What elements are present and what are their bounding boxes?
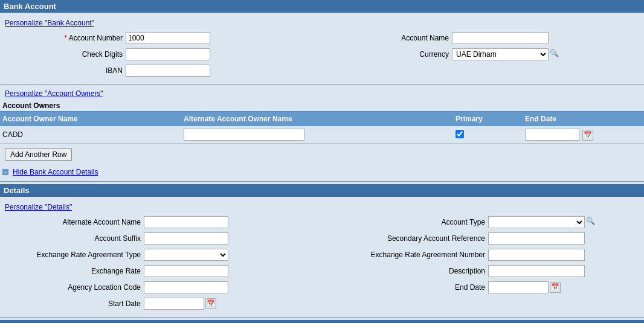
iban-label: IBAN — [5, 66, 126, 75]
details-end-date-input[interactable] — [488, 281, 549, 293]
description-label: Description — [331, 267, 488, 275]
col-header-owner-name: Account Owner Name — [0, 114, 181, 124]
personalize-bank-account-link[interactable]: Personalize "Bank Account" — [2, 18, 97, 28]
start-date-calendar-icon[interactable] — [205, 298, 216, 309]
exchange-rate-agreement-type-select[interactable] — [144, 249, 228, 261]
col-header-primary: Primary — [453, 114, 523, 124]
details-end-date-calendar-icon[interactable] — [550, 282, 561, 293]
account-suffix-label: Account Suffix — [5, 234, 144, 243]
alt-owner-name-input[interactable] — [184, 129, 304, 141]
iban-input[interactable] — [126, 65, 210, 77]
check-digits-label: Check Digits — [5, 50, 126, 59]
account-type-select[interactable] — [488, 216, 585, 228]
col-header-alt-owner-name: Alternate Account Owner Name — [181, 114, 453, 124]
col-header-end-date: End Date — [523, 114, 644, 124]
end-date-cell — [523, 127, 644, 142]
alt-owner-name-cell — [181, 127, 453, 142]
table-row: CADD — [0, 126, 644, 144]
secondary-account-ref-label: Secondary Account Reference — [331, 234, 488, 243]
details-section-header: Details — [0, 184, 644, 197]
end-date-input[interactable] — [525, 129, 579, 141]
primary-checkbox[interactable] — [456, 130, 464, 138]
start-date-label: Start Date — [5, 299, 144, 308]
end-date-calendar-icon[interactable] — [582, 130, 593, 141]
account-owners-table-header: Account Owner Name Alternate Account Own… — [0, 111, 644, 126]
additional-info-section-header: Additional Information — [0, 320, 644, 323]
description-input[interactable] — [488, 265, 585, 277]
account-number-label: * Account Number — [5, 34, 126, 42]
hide-details-icon: - — [2, 169, 8, 175]
bank-account-section-header: Bank Account — [0, 0, 644, 13]
agency-location-code-input[interactable] — [144, 281, 228, 293]
account-suffix-input[interactable] — [144, 232, 228, 245]
personalize-account-owners-link[interactable]: Personalize "Account Owners" — [2, 88, 106, 99]
hide-bank-account-details-link[interactable]: Hide Bank Account Details — [10, 167, 100, 177]
bank-account-title: Bank Account — [4, 2, 56, 11]
personalize-details-link[interactable]: Personalize "Details" — [2, 202, 74, 213]
account-name-label: Account Name — [331, 34, 452, 42]
exchange-rate-agreement-type-label: Exchange Rate Agreement Type — [5, 251, 144, 259]
account-type-search-icon[interactable] — [586, 217, 597, 228]
details-end-date-label: End Date — [331, 283, 488, 292]
exchange-rate-label: Exchange Rate — [5, 267, 144, 275]
exchange-rate-agreement-number-label: Exchange Rate Agreement Number — [331, 251, 488, 259]
secondary-account-ref-input[interactable] — [488, 232, 585, 245]
add-another-row-button[interactable]: Add Another Row — [5, 149, 72, 161]
account-owners-subsection-label: Account Owners — [0, 100, 644, 111]
owner-name-cell: CADD — [0, 129, 181, 140]
alt-account-name-input[interactable] — [144, 216, 228, 228]
exchange-rate-input[interactable] — [144, 265, 228, 277]
currency-label: Currency — [331, 50, 452, 59]
exchange-rate-agreement-number-input[interactable] — [488, 249, 585, 261]
alt-account-name-label: Alternate Account Name — [5, 218, 144, 226]
account-type-label: Account Type — [331, 218, 488, 226]
account-name-input[interactable] — [452, 32, 549, 44]
currency-search-icon[interactable] — [550, 49, 561, 60]
currency-select[interactable]: UAE Dirham — [452, 48, 549, 60]
details-title: Details — [4, 186, 30, 195]
primary-cell — [453, 129, 523, 141]
agency-location-code-label: Agency Location Code — [5, 283, 144, 292]
account-number-input[interactable] — [126, 32, 210, 44]
start-date-input[interactable] — [144, 298, 204, 310]
check-digits-input[interactable] — [126, 48, 210, 60]
